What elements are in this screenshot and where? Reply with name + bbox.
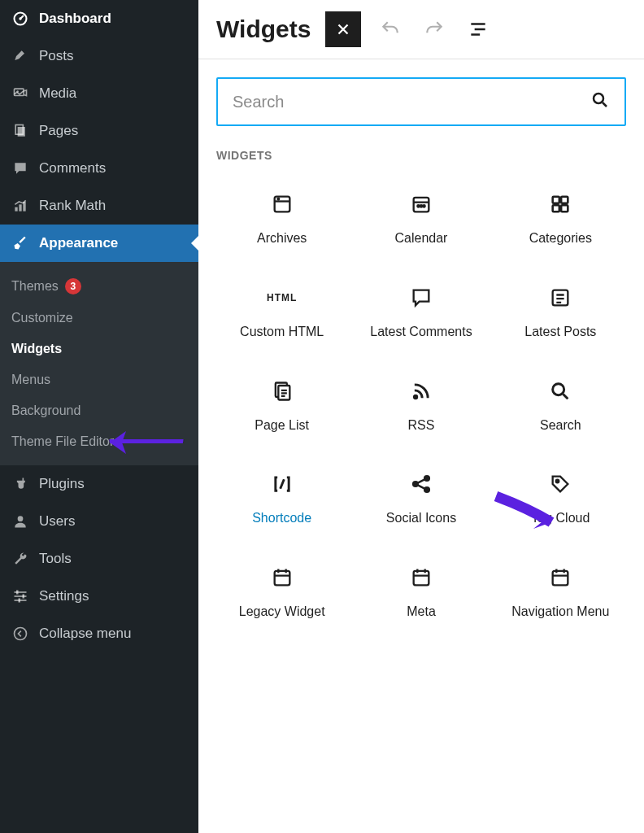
sidebar-item-label: Appearance <box>39 235 118 251</box>
widget-label: Calendar <box>395 230 448 247</box>
widget-label: RSS <box>408 417 435 434</box>
widget-label: Search <box>540 417 581 434</box>
widget-item-meta[interactable]: Meta <box>355 558 486 627</box>
submenu-item-menus[interactable]: Menus <box>0 364 198 395</box>
widget-label: Custom HTML <box>240 324 324 341</box>
search-icon <box>590 90 610 113</box>
sidebar-item-pages[interactable]: Pages <box>0 112 198 150</box>
submenu-item-themes[interactable]: Themes 3 <box>0 270 198 303</box>
sidebar-item-appearance[interactable]: Appearance <box>0 225 198 262</box>
tag-icon <box>547 471 573 497</box>
widget-label: Tag Cloud <box>531 510 590 527</box>
svg-rect-5 <box>18 127 25 137</box>
sidebar-item-tools[interactable]: Tools <box>0 540 198 578</box>
svg-rect-25 <box>561 197 568 203</box>
svg-point-21 <box>417 205 419 207</box>
widget-label: Categories <box>529 230 592 247</box>
submenu-label: Themes <box>11 279 59 294</box>
plug-icon <box>11 475 29 493</box>
widget-item-search[interactable]: Search <box>495 372 626 441</box>
sidebar-item-plugins[interactable]: Plugins <box>0 465 198 503</box>
widget-item-page-list[interactable]: Page List <box>216 372 347 441</box>
widget-grid: ArchivesCalendarCategoriesHTMLCustom HTM… <box>216 185 626 627</box>
sidebar-item-label: Users <box>39 513 75 530</box>
redo-button[interactable] <box>420 15 449 44</box>
svg-rect-6 <box>15 207 17 212</box>
sidebar-item-label: Rank Math <box>39 198 106 214</box>
archives-icon <box>269 191 295 217</box>
sidebar-item-label: Plugins <box>39 476 85 492</box>
sidebar-item-label: Media <box>39 85 76 102</box>
sidebar-item-rank-math[interactable]: Rank Math <box>0 187 198 225</box>
svg-rect-15 <box>19 599 21 603</box>
collapse-icon <box>11 625 29 643</box>
calendar-icon <box>408 191 434 217</box>
submenu-label: Widgets <box>11 342 62 356</box>
submenu-item-background[interactable]: Background <box>0 395 198 426</box>
brush-icon <box>11 234 29 252</box>
appearance-submenu: Themes 3 Customize Widgets Menus Backgro… <box>0 262 198 465</box>
shortcode-icon <box>269 471 295 497</box>
widget-label: Shortcode <box>252 510 311 527</box>
page-title: Widgets <box>216 15 311 43</box>
sidebar-item-users[interactable]: Users <box>0 503 198 540</box>
search-wrap <box>216 77 626 126</box>
user-icon <box>11 512 29 530</box>
sidebar-item-posts[interactable]: Posts <box>0 37 198 75</box>
svg-point-16 <box>15 628 27 640</box>
settings-icon <box>11 587 29 605</box>
svg-rect-38 <box>414 571 429 586</box>
svg-rect-39 <box>553 571 568 586</box>
submenu-item-theme-file-editor[interactable]: Theme File Editor <box>0 426 198 457</box>
sidebar-item-collapse[interactable]: Collapse menu <box>0 615 198 652</box>
dashboard-icon <box>11 10 29 28</box>
widget-label: Latest Comments <box>370 324 472 341</box>
undo-button[interactable] <box>376 15 405 44</box>
sidebar-item-label: Posts <box>39 48 74 64</box>
sidebar-item-settings[interactable]: Settings <box>0 578 198 615</box>
comment-icon <box>408 285 434 311</box>
widget-item-html[interactable]: HTMLCustom HTML <box>216 278 347 347</box>
block-search-input[interactable] <box>233 93 590 111</box>
svg-point-23 <box>423 205 424 207</box>
widget-item-categories[interactable]: Categories <box>495 185 626 254</box>
widget-label: Meta <box>407 604 436 621</box>
sidebar-item-dashboard[interactable]: Dashboard <box>0 0 198 37</box>
widget-item-calendar[interactable]: Calendar <box>355 185 486 254</box>
sidebar-item-label: Dashboard <box>39 11 111 27</box>
widget-item-legacy[interactable]: Legacy Widget <box>216 558 347 627</box>
submenu-item-widgets[interactable]: Widgets <box>0 334 198 364</box>
submenu-item-customize[interactable]: Customize <box>0 303 198 334</box>
widget-item-nav[interactable]: Navigation Menu <box>495 558 626 627</box>
rss-icon <box>408 378 434 404</box>
main-content: Widgets WIDGETS ArchivesCalendarCategori… <box>198 0 644 833</box>
widgets-section-label: WIDGETS <box>216 149 626 162</box>
submenu-label: Customize <box>11 311 73 325</box>
close-inserter-button[interactable] <box>325 11 361 47</box>
widget-label: Latest Posts <box>524 324 596 341</box>
document-overview-button[interactable] <box>463 15 493 44</box>
widget-item-rss[interactable]: RSS <box>355 372 486 441</box>
widget-item-archives[interactable]: Archives <box>216 185 347 254</box>
nav-icon <box>547 565 573 591</box>
widget-item-tag[interactable]: Tag Cloud <box>495 464 626 534</box>
svg-point-9 <box>18 516 24 521</box>
svg-rect-26 <box>553 205 559 212</box>
svg-rect-27 <box>561 205 568 212</box>
widget-item-latest-posts[interactable]: Latest Posts <box>495 278 626 347</box>
widget-label: Legacy Widget <box>239 604 325 621</box>
sidebar-item-media[interactable]: Media <box>0 75 198 112</box>
svg-rect-24 <box>553 197 559 203</box>
sidebar-item-label: Collapse menu <box>39 626 131 642</box>
widget-item-share[interactable]: Social Icons <box>355 464 486 534</box>
sidebar-item-label: Settings <box>39 588 89 604</box>
svg-point-36 <box>556 480 559 483</box>
widget-item-comment[interactable]: Latest Comments <box>355 278 486 347</box>
wrench-icon <box>11 550 29 568</box>
sidebar-item-comments[interactable]: Comments <box>0 150 198 187</box>
latest-posts-icon <box>547 285 573 311</box>
submenu-label: Background <box>11 403 80 418</box>
widget-label: Navigation Menu <box>511 604 609 621</box>
widget-item-shortcode[interactable]: Shortcode <box>216 464 347 534</box>
search-icon <box>547 378 573 404</box>
